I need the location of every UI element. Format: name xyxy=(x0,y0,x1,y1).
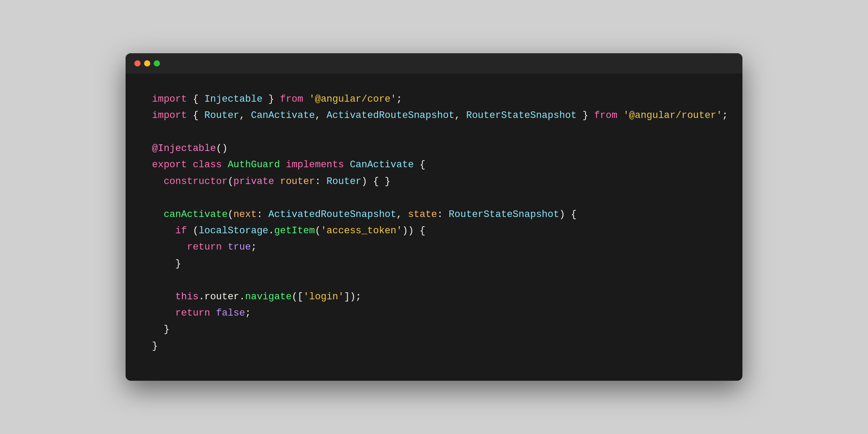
maximize-button[interactable] xyxy=(154,60,160,66)
code-line-5: export class AuthGuard implements CanAct… xyxy=(152,157,716,173)
code-line-12 xyxy=(152,272,716,288)
code-line-6: constructor(private router: Router) { } xyxy=(152,173,716,190)
code-line-13: this.router.navigate(['login']); xyxy=(152,289,716,305)
code-window: import { Injectable } from '@angular/cor… xyxy=(126,53,742,381)
titlebar xyxy=(126,53,742,74)
code-line-4: @Injectable() xyxy=(152,140,716,157)
code-line-14: return false; xyxy=(152,305,716,321)
code-line-2: import { Router, CanActivate, ActivatedR… xyxy=(152,107,716,124)
code-line-15: } xyxy=(152,321,716,338)
code-line-1: import { Injectable } from '@angular/cor… xyxy=(152,91,716,107)
code-editor: import { Injectable } from '@angular/cor… xyxy=(126,74,742,381)
code-line-16: } xyxy=(152,338,716,354)
minimize-button[interactable] xyxy=(144,60,150,66)
code-line-10: return true; xyxy=(152,239,716,255)
code-line-3 xyxy=(152,124,716,140)
code-line-11: } xyxy=(152,256,716,272)
code-line-7 xyxy=(152,190,716,206)
close-button[interactable] xyxy=(134,60,141,66)
code-line-8: canActivate(next: ActivatedRouteSnapshot… xyxy=(152,206,716,223)
code-line-9: if (localStorage.getItem('access_token')… xyxy=(152,223,716,239)
